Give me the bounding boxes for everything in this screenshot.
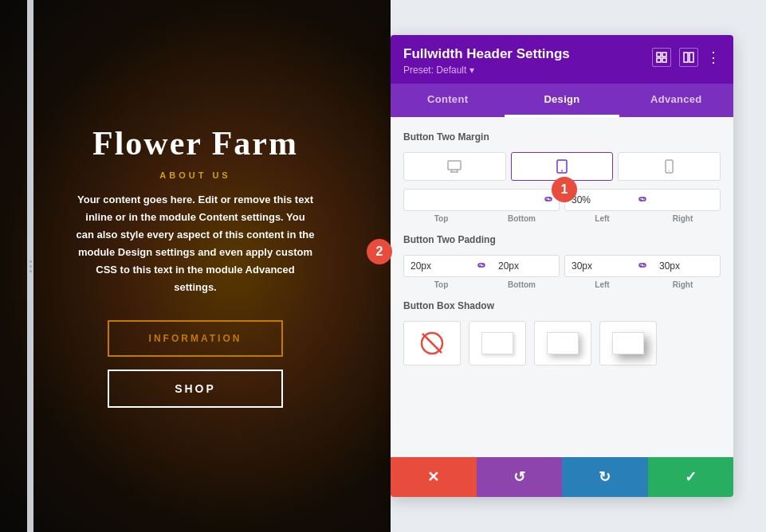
svg-point-11: [561, 170, 563, 172]
svg-rect-1: [662, 53, 666, 57]
button-two-padding-title: Button Two Padding: [403, 234, 721, 245]
left-label: Left: [564, 214, 640, 223]
shadow-option-2[interactable]: [534, 321, 591, 366]
resize-dot: [29, 260, 32, 263]
svg-rect-5: [689, 53, 693, 62]
redo-button[interactable]: ↻: [562, 457, 648, 497]
shadow-preview-3: [612, 332, 644, 354]
panel-icon-group: ⋮: [652, 48, 721, 67]
settings-panel: Fullwidth Header Settings Preset: Defaul…: [391, 35, 733, 497]
shadow-preview-2: [547, 332, 579, 354]
columns-icon[interactable]: [679, 48, 698, 67]
panel-content: Button Two Margin: [391, 117, 733, 457]
panel-tabs: Content Design Advanced: [391, 84, 733, 117]
cancel-button[interactable]: ✕: [391, 457, 477, 497]
tab-content[interactable]: Content: [391, 84, 505, 117]
badge-2: 2: [367, 239, 392, 264]
padding-link-right[interactable]: [632, 260, 653, 273]
svg-rect-6: [448, 161, 461, 170]
svg-point-13: [669, 170, 670, 172]
desktop-device-btn[interactable]: [403, 152, 506, 181]
bottom-label: Bottom: [484, 214, 560, 223]
top-label: Top: [403, 214, 479, 223]
padding-bottom-input[interactable]: [492, 256, 559, 276]
save-button[interactable]: ✓: [648, 457, 734, 497]
margin-labels: Top Bottom Left Right: [403, 214, 721, 223]
more-options-icon[interactable]: ⋮: [706, 49, 721, 66]
svg-rect-2: [657, 58, 661, 62]
panel-header-left: Fullwidth Header Settings Preset: Defaul…: [403, 46, 570, 76]
svg-rect-4: [684, 53, 688, 62]
tab-design[interactable]: Design: [505, 84, 619, 117]
tab-advanced[interactable]: Advanced: [619, 84, 733, 117]
no-shadow-option[interactable]: [403, 321, 461, 366]
padding-right-label: Right: [645, 280, 721, 289]
badge-1: 1: [552, 177, 577, 202]
button-box-shadow-section: Button Box Shadow: [403, 300, 721, 366]
panel-title: Fullwidth Header Settings: [403, 46, 570, 62]
padding-left-input[interactable]: [565, 256, 632, 276]
padding-left-right-group: [564, 255, 721, 277]
padding-link-left[interactable]: [471, 260, 492, 273]
margin-top-input[interactable]: [404, 190, 538, 210]
undo-button[interactable]: ↺: [477, 457, 563, 497]
padding-bottom-label: Bottom: [484, 280, 560, 289]
shadow-option-1[interactable]: [469, 321, 526, 366]
shadow-option-3[interactable]: [599, 321, 657, 366]
flower-farm-section: Flower Farm ABOUT US Your content goes h…: [0, 0, 391, 532]
resize-dot: [29, 270, 32, 272]
about-us-label: ABOUT US: [159, 170, 230, 180]
margin-right-left-input-group[interactable]: [564, 189, 721, 211]
padding-left-label: Left: [564, 280, 640, 289]
padding-top-bottom-group: [403, 255, 560, 277]
right-label: Right: [645, 214, 721, 223]
preset-dropdown[interactable]: Preset: Default ▾: [403, 65, 570, 76]
link-icon-right[interactable]: [632, 194, 653, 207]
resize-handle[interactable]: [27, 0, 33, 532]
panel-actions: ✕ ↺ ↻ ✓: [391, 457, 733, 497]
padding-labels: Top Bottom Left Right: [403, 280, 721, 289]
resize-dot: [29, 265, 32, 268]
information-button[interactable]: INFORMATION: [108, 320, 283, 357]
shadow-options-row: [403, 321, 721, 366]
shop-button[interactable]: SHOP: [108, 370, 283, 408]
button-two-padding-section: Button Two Padding: [403, 234, 721, 289]
button-two-margin-title: Button Two Margin: [403, 131, 721, 143]
svg-rect-3: [662, 58, 666, 62]
margin-top-input-group[interactable]: [403, 189, 560, 211]
button-box-shadow-title: Button Box Shadow: [403, 300, 721, 311]
expand-icon[interactable]: [652, 48, 671, 67]
padding-top-label: Top: [403, 280, 479, 289]
about-us-text: Your content goes here. Edit or remove t…: [76, 191, 315, 297]
page-title: Flower Farm: [92, 124, 298, 162]
panel-header: Fullwidth Header Settings Preset: Defaul…: [391, 35, 733, 84]
padding-top-input[interactable]: [404, 256, 471, 276]
padding-inputs-row: [403, 255, 721, 277]
chevron-down-icon: ▾: [469, 65, 474, 76]
margin-right-input[interactable]: [653, 190, 720, 210]
svg-rect-0: [657, 53, 661, 57]
padding-right-input[interactable]: [653, 256, 720, 276]
mobile-device-btn[interactable]: [618, 152, 721, 181]
shadow-preview-1: [481, 332, 513, 354]
